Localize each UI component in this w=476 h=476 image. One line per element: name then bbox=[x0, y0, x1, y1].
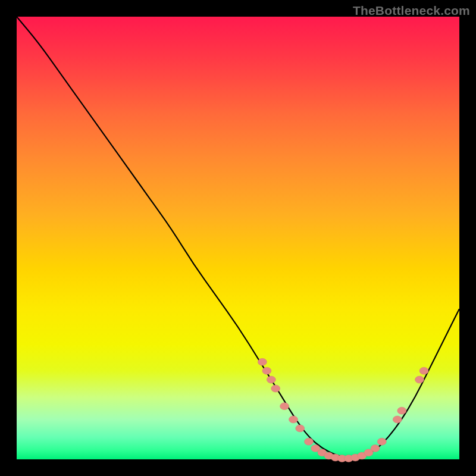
chart-svg bbox=[17, 17, 459, 459]
data-point bbox=[296, 425, 305, 432]
data-point bbox=[305, 438, 314, 445]
data-point bbox=[258, 358, 267, 365]
data-point bbox=[415, 376, 424, 383]
data-point bbox=[393, 416, 402, 423]
data-point bbox=[267, 376, 275, 383]
watermark-text: TheBottleneck.com bbox=[353, 4, 470, 18]
data-point bbox=[397, 407, 406, 414]
data-point bbox=[289, 416, 298, 423]
data-points bbox=[258, 358, 428, 462]
data-point bbox=[419, 367, 428, 374]
data-point bbox=[280, 403, 289, 410]
bottleneck-curve bbox=[17, 17, 459, 458]
data-point bbox=[371, 444, 380, 452]
data-point bbox=[271, 385, 280, 392]
data-point bbox=[377, 438, 386, 445]
data-point bbox=[262, 367, 271, 374]
